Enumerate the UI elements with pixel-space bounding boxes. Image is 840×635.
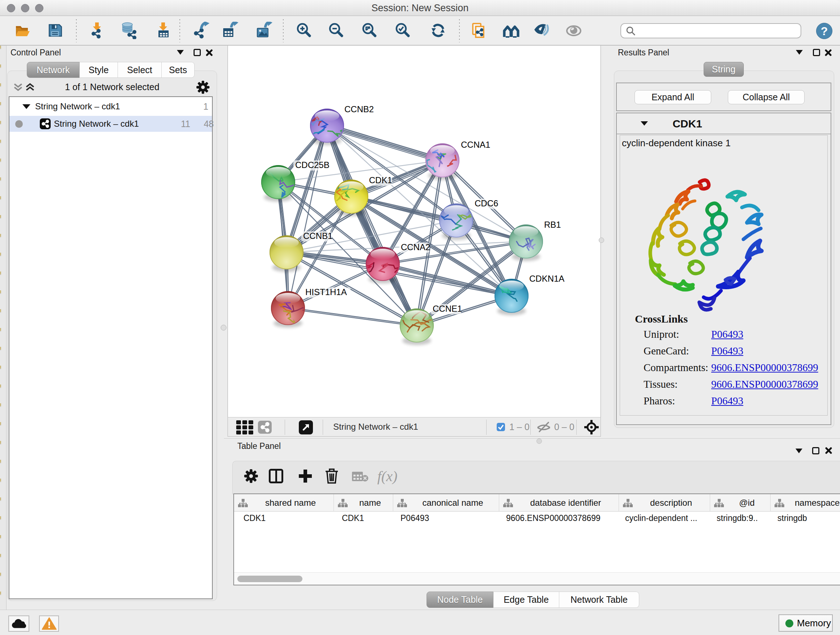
svg-text:CDC6: CDC6	[475, 198, 498, 208]
svg-text:CDK1: CDK1	[369, 175, 392, 185]
svg-text:CDKN1A: CDKN1A	[529, 274, 564, 283]
svg-text:CCNE1: CCNE1	[433, 304, 462, 314]
svg-text:CCNA1: CCNA1	[461, 140, 490, 149]
svg-text:CCNA2: CCNA2	[401, 242, 430, 252]
svg-text:CCNB2: CCNB2	[344, 104, 374, 114]
svg-text:CDC25B: CDC25B	[295, 160, 330, 170]
svg-text:RB1: RB1	[544, 220, 561, 230]
svg-text:CCNB1: CCNB1	[303, 231, 332, 241]
svg-text:HIST1H1A: HIST1H1A	[305, 287, 347, 297]
